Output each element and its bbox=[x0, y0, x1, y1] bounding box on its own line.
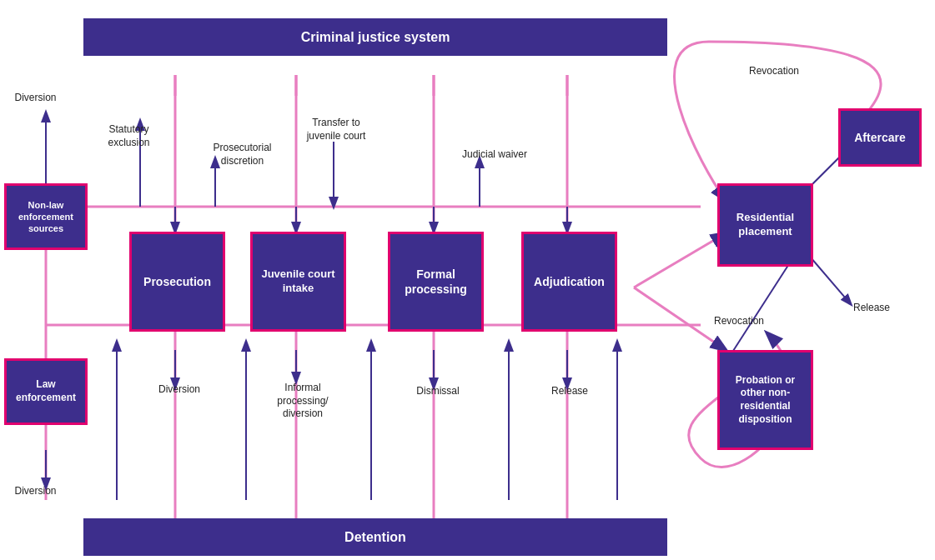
prosecutorial-discretion-label: Prosecutorial discretion bbox=[203, 142, 282, 168]
non-law-box: Non-law enforcement sources bbox=[4, 183, 88, 250]
diagram: Criminal justice system Detention Non-la… bbox=[0, 0, 935, 560]
detention-box: Detention bbox=[83, 518, 667, 556]
revocation-top-label: Revocation bbox=[741, 65, 807, 78]
probation-box: Probation or other non-residential dispo… bbox=[717, 350, 813, 450]
residential-box: Residential placement bbox=[717, 183, 813, 267]
transfer-label: Transfer to juvenile court bbox=[299, 117, 374, 142]
formal-processing-box: Formal processing bbox=[388, 232, 484, 332]
prosecution-box: Prosecution bbox=[129, 232, 225, 332]
statutory-exclusion-label: Statutory exclusion bbox=[93, 123, 164, 149]
criminal-justice-box: Criminal justice system bbox=[83, 18, 667, 56]
diversion-bottom-label: Diversion bbox=[8, 485, 63, 498]
judicial-waiver-label: Judicial waiver bbox=[457, 148, 532, 162]
svg-line-27 bbox=[634, 233, 726, 288]
law-enforcement-box: Law enforcement bbox=[4, 358, 88, 425]
diversion-top-label: Diversion bbox=[8, 92, 63, 105]
adjudication-box: Adjudication bbox=[521, 232, 617, 332]
release-right-label: Release bbox=[847, 302, 897, 315]
dismissal-label: Dismissal bbox=[409, 385, 467, 398]
informal-processing-label: Informal processing/ diversion bbox=[265, 382, 340, 421]
aftercare-box: Aftercare bbox=[838, 108, 922, 167]
revocation-bottom-label: Revocation bbox=[706, 315, 772, 328]
juvenile-court-box: Juvenile court intake bbox=[250, 232, 346, 332]
diversion-prosecution-label: Diversion bbox=[150, 383, 209, 397]
release-adjudication-label: Release bbox=[545, 385, 595, 398]
